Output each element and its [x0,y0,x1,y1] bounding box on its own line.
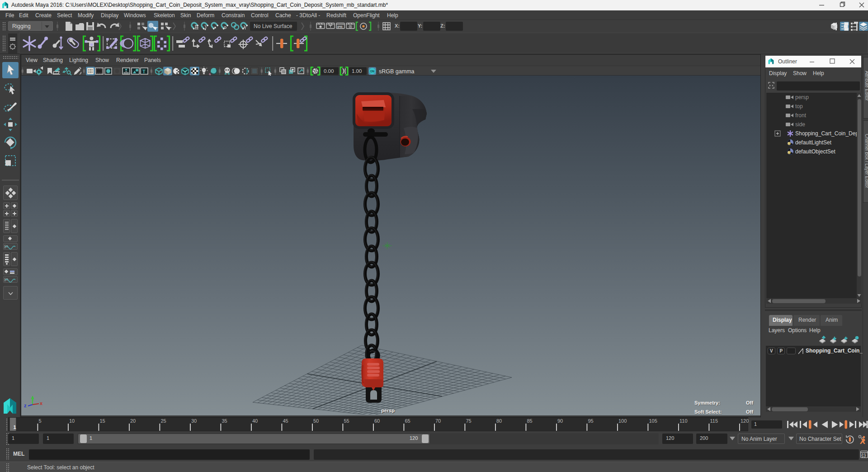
svg-text:x: x [40,400,43,406]
svg-text:sRGB gamma: sRGB gamma [379,68,415,75]
svg-text:120: 120 [741,418,749,424]
svg-text:y: y [31,397,34,402]
svg-text:90: 90 [557,418,563,424]
svg-text:110: 110 [679,418,688,424]
svg-text:IPR: IPR [337,25,343,29]
svg-text:95: 95 [588,418,594,424]
svg-text:75: 75 [466,418,472,424]
svg-text:{;}: {;} [862,453,866,458]
svg-text:115: 115 [710,418,718,424]
svg-text:No Live Surface: No Live Surface [254,23,292,29]
svg-text:65: 65 [405,418,410,424]
svg-text:70: 70 [435,418,441,424]
svg-text:1.00: 1.00 [352,68,362,74]
svg-text:20: 20 [130,418,136,424]
svg-text:105: 105 [649,418,657,424]
svg-text:100: 100 [618,418,627,424]
svg-text:15: 15 [100,418,105,424]
svg-text:10: 10 [69,418,75,424]
svg-text:80: 80 [496,418,502,424]
svg-text:40: 40 [252,418,258,424]
svg-text:z: z [24,403,27,408]
svg-text:T: T [142,69,146,74]
svg-text:50: 50 [313,418,319,424]
svg-text:60: 60 [374,418,380,424]
svg-text:30: 30 [191,418,197,424]
svg-text:25: 25 [161,418,166,424]
svg-text:85: 85 [527,418,533,424]
svg-text:35: 35 [222,418,227,424]
svg-text:55: 55 [344,418,349,424]
svg-text:ON: ON [370,70,375,73]
svg-text:0.00: 0.00 [324,68,334,74]
svg-text:1: 1 [14,424,16,430]
svg-text:5: 5 [39,418,42,424]
svg-text:45: 45 [283,418,288,424]
